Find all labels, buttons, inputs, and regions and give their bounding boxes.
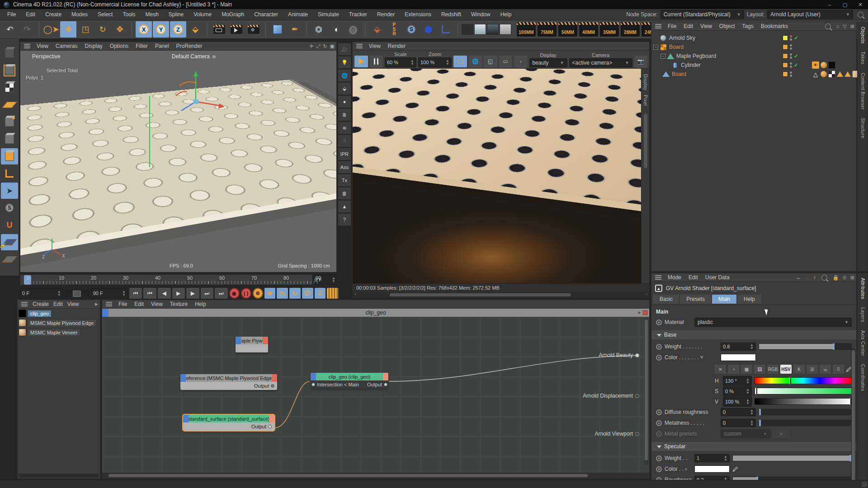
param-dot[interactable]: [656, 344, 662, 350]
add-cube-button[interactable]: [269, 21, 286, 38]
view-label[interactable]: Perspective: [32, 53, 61, 60]
field-button[interactable]: 🄌: [345, 21, 361, 38]
spectrum-icon[interactable]: ▩: [741, 365, 752, 374]
goto-start-button[interactable]: ⏮: [129, 288, 142, 299]
output-port[interactable]: [635, 353, 639, 357]
search-icon[interactable]: [821, 275, 827, 281]
record-position-toggle[interactable]: ✥: [264, 288, 276, 299]
menu-item[interactable]: Tracker: [344, 10, 372, 19]
snapshot-compare-button[interactable]: ◗: [514, 56, 528, 67]
display-aov-dropdown[interactable]: beauty▼: [529, 58, 567, 67]
next-frame-button[interactable]: ▶: [186, 288, 199, 299]
param-dot[interactable]: [656, 420, 662, 426]
visibility-dot[interactable]: [790, 53, 792, 56]
node-editor-menu-item[interactable]: View: [147, 300, 166, 308]
specular-weight-slider[interactable]: [732, 455, 852, 461]
param-dot[interactable]: [656, 455, 662, 461]
sphere-preview-button[interactable]: 🌐: [469, 56, 482, 67]
workplane-align-button[interactable]: [1, 251, 18, 267]
menu-item[interactable]: Create: [41, 10, 66, 19]
visibility-dot[interactable]: [790, 71, 792, 74]
render-view-menu-item[interactable]: Render: [384, 42, 409, 50]
scale-field[interactable]: 60 %▲▼: [385, 57, 416, 67]
material-scrollbar[interactable]: [19, 474, 99, 478]
points-mode-button[interactable]: [1, 114, 18, 130]
output-port[interactable]: [268, 425, 272, 428]
coordinate-system-button[interactable]: ⬙: [187, 21, 203, 38]
arnold-file-button[interactable]: 🗎: [338, 108, 351, 121]
menu-item[interactable]: Spline: [164, 10, 188, 19]
mixer-mode-button[interactable]: ⚌: [820, 365, 831, 374]
collapse-expander[interactable]: −: [653, 45, 658, 50]
model-mode-button[interactable]: [1, 62, 18, 79]
y-axis-lock-button[interactable]: Y: [153, 21, 169, 38]
polygon-cube-button[interactable]: ⬙: [369, 21, 385, 38]
selection-tag-icon[interactable]: [844, 71, 851, 77]
object-row-arnold-sky[interactable]: Arnold Sky ✓: [651, 33, 856, 42]
menu-item[interactable]: Character: [250, 10, 283, 19]
menu-item[interactable]: Tools: [118, 10, 140, 19]
material-name[interactable]: clip_geo: [28, 310, 51, 317]
goto-end-button[interactable]: ⏭: [215, 288, 228, 299]
layer-swatch[interactable]: [783, 71, 788, 77]
attribute-menu-item[interactable]: Mode: [664, 273, 685, 282]
lathe-button[interactable]: ⏣: [311, 21, 327, 38]
attribute-scrollbar[interactable]: [851, 348, 855, 488]
specular-weight-field[interactable]: 1▲▼: [694, 454, 730, 462]
render-settings-button[interactable]: ⚙: [245, 21, 262, 38]
visibility-dot[interactable]: [790, 62, 792, 65]
lens-preset-button[interactable]: 40MM: [579, 22, 598, 37]
input-port[interactable]: [311, 383, 315, 386]
metal-presets-dropdown[interactable]: custom▼: [721, 429, 770, 438]
pan-view-icon[interactable]: ✛: [309, 43, 313, 49]
render-view-menu-item[interactable]: View: [365, 42, 384, 50]
search-icon[interactable]: [825, 23, 831, 29]
live-selection-button[interactable]: ◯➤: [43, 21, 59, 38]
material-row[interactable]: MSMC Maple Plywood Edge: [18, 318, 100, 328]
object-manager-menu-item[interactable]: File: [664, 22, 680, 30]
selection-tag-icon[interactable]: [837, 71, 843, 77]
render-dot[interactable]: [790, 66, 792, 68]
node-editor-menu-item[interactable]: Texture: [166, 300, 191, 308]
lens-preset-button[interactable]: 35MM: [600, 22, 619, 37]
workplane-mode-button[interactable]: [1, 97, 18, 113]
target-icon[interactable]: ⊙: [843, 275, 847, 281]
node-editor-menu-item[interactable]: Edit: [131, 300, 147, 308]
sliders-mode-button[interactable]: ☰: [807, 365, 818, 374]
menu-item[interactable]: Window: [467, 10, 495, 19]
toggle-panel-icon[interactable]: ▣: [330, 43, 335, 49]
material-menu-item[interactable]: Create: [30, 300, 51, 308]
previous-frame-button[interactable]: ◀: [158, 288, 171, 299]
scale-tool-button[interactable]: ◳: [77, 21, 94, 38]
object-row-cylinder[interactable]: Cylinder ✓ 👁: [651, 61, 856, 70]
home-icon[interactable]: ⌂: [836, 23, 840, 29]
previous-key-button[interactable]: ⏮: [143, 288, 156, 299]
node-canvas[interactable]: aple Plyw reference (MSMC Maple Plywood …: [102, 317, 649, 473]
record-scale-toggle[interactable]: ◳: [277, 288, 288, 299]
render-dot[interactable]: [790, 75, 792, 77]
menu-item[interactable]: Extensions: [400, 10, 436, 19]
tab-display[interactable]: Display: [643, 74, 648, 90]
saturation-gradient-bar[interactable]: [755, 388, 852, 394]
render-dot[interactable]: [790, 38, 792, 41]
add-panel-icon[interactable]: ⊞: [850, 23, 854, 29]
maximize-button[interactable]: ▢: [837, 0, 853, 9]
edges-mode-button[interactable]: [1, 131, 18, 147]
eyedropper-icon[interactable]: 🖉: [732, 466, 738, 473]
enabled-check-icon[interactable]: ✓: [794, 62, 798, 68]
ipr-pause-button[interactable]: [370, 56, 383, 67]
enable-axis-button[interactable]: [1, 165, 18, 182]
panel-menu-icon[interactable]: [106, 302, 112, 306]
output-arnold-displacement[interactable]: Arnold Displacement: [583, 393, 639, 399]
spline-pen-button[interactable]: ✒: [287, 21, 303, 38]
record-pla-toggle[interactable]: ⠿: [315, 288, 326, 299]
resize-grip-icon[interactable]: [862, 482, 867, 487]
material-name[interactable]: MSMC Maple Plywood Edge: [28, 320, 96, 326]
arnold-sky-button[interactable]: 🌐: [338, 69, 351, 82]
object-row-board-poly[interactable]: Board △: [651, 70, 856, 79]
forward-arrow-icon[interactable]: →: [805, 275, 810, 280]
arnold-light-button[interactable]: 💡: [338, 56, 351, 69]
arnold-polymesh-button[interactable]: ⬙: [338, 82, 351, 95]
material-menu-item[interactable]: View: [65, 300, 81, 308]
end-frame-field[interactable]: 90 F▲▼: [91, 288, 128, 298]
